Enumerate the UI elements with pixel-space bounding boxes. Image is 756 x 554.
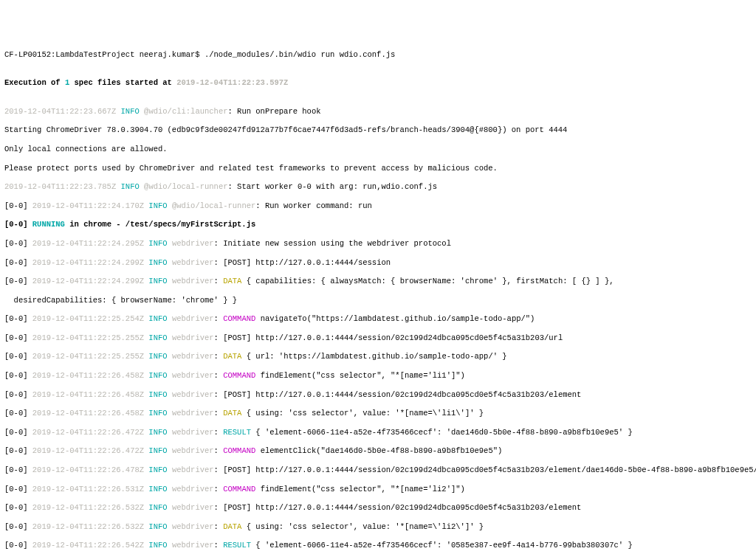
log-line: [0-0] 2019-12-04T11:22:26.531Z INFO webd…: [4, 485, 752, 494]
log-line: [0-0] 2019-12-04T11:22:24.299Z INFO webd…: [4, 258, 752, 268]
exec-header: Execution of 1 spec files started at 201…: [4, 78, 752, 88]
log-line: [0-0] 2019-12-04T11:22:24.295Z INFO webd…: [4, 239, 752, 249]
log-line: 2019-12-04T11:22:23.785Z INFO @wdio/loca…: [4, 182, 752, 192]
log-line: [0-0] 2019-12-04T11:22:26.542Z INFO webd…: [4, 541, 752, 550]
log-line: [0-0] 2019-12-04T11:22:26.458Z INFO webd…: [4, 390, 752, 400]
log-line: desiredCapabilities: { browserName: 'chr…: [4, 296, 752, 305]
log-line: [0-0] 2019-12-04T11:22:24.299Z INFO webd…: [4, 277, 752, 286]
log-line: 2019-12-04T11:22:23.667Z INFO @wdio/cli:…: [4, 107, 752, 117]
log-line: [0-0] 2019-12-04T11:22:26.458Z INFO webd…: [4, 409, 752, 418]
log-line: [0-0] 2019-12-04T11:22:26.532Z INFO webd…: [4, 522, 752, 532]
log-line: [0-0] 2019-12-04T11:22:25.254Z INFO webd…: [4, 314, 752, 324]
log-line: Only local connections are allowed.: [4, 145, 752, 154]
log-line: [0-0] 2019-12-04T11:22:26.478Z INFO webd…: [4, 465, 752, 475]
log-line: [0-0] 2019-12-04T11:22:26.532Z INFO webd…: [4, 503, 752, 513]
shell-prompt: CF-LP00152:LambdaTestProject neeraj.kuma…: [4, 50, 752, 60]
log-line: Please protect ports used by ChromeDrive…: [4, 164, 752, 173]
running-line: [0-0] RUNNING in chrome - /test/specs/my…: [4, 220, 752, 229]
log-line: [0-0] 2019-12-04T11:22:26.472Z INFO webd…: [4, 428, 752, 437]
log-line: [0-0] 2019-12-04T11:22:24.170Z INFO @wdi…: [4, 201, 752, 211]
log-line: [0-0] 2019-12-04T11:22:26.458Z INFO webd…: [4, 371, 752, 381]
log-line: Starting ChromeDriver 78.0.3904.70 (edb9…: [4, 125, 752, 135]
log-line: [0-0] 2019-12-04T11:22:26.472Z INFO webd…: [4, 446, 752, 456]
log-line: [0-0] 2019-12-04T11:22:25.255Z INFO webd…: [4, 333, 752, 343]
log-line: [0-0] 2019-12-04T11:22:25.255Z INFO webd…: [4, 352, 752, 361]
